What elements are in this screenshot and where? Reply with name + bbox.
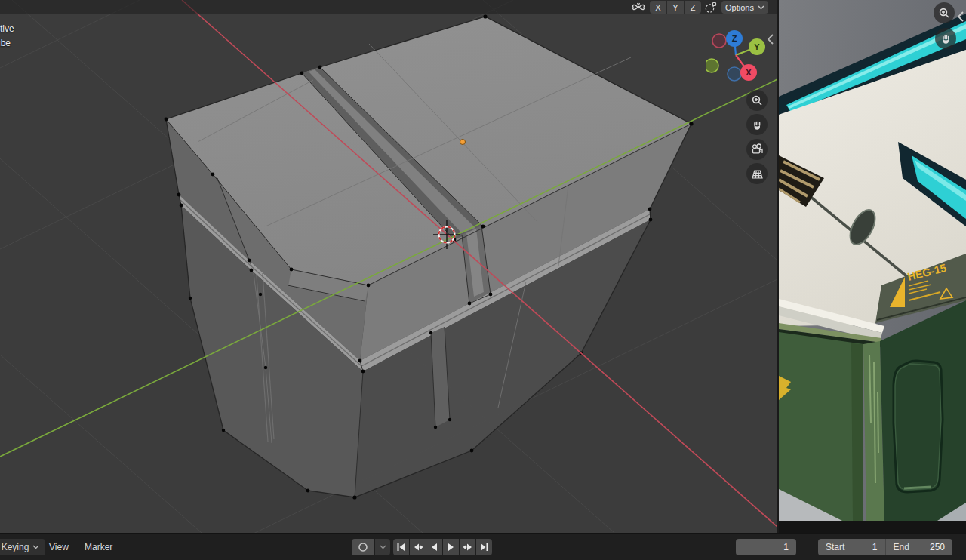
options-label: Options	[725, 3, 754, 12]
svg-text:Y: Y	[754, 42, 760, 51]
mesh-object[interactable]	[165, 14, 694, 499]
reference-image-panel[interactable]: HEG-15	[779, 0, 966, 533]
ortho-toggle-button[interactable]	[746, 163, 768, 184]
chevron-left-icon[interactable]	[957, 11, 964, 23]
ref-zoom-button[interactable]	[934, 2, 955, 23]
marker-menu-label: Marker	[85, 542, 112, 552]
view-menu[interactable]: View	[49, 534, 69, 560]
view-menu-label: View	[49, 542, 69, 552]
camera-view-button[interactable]	[746, 139, 768, 160]
end-frame-field[interactable]: End 250	[886, 542, 953, 552]
play-reverse-icon	[429, 543, 439, 552]
gizmo-minus-x-ball[interactable]	[712, 34, 726, 48]
navigation-gizmo[interactable]: Z Y X	[706, 26, 767, 86]
mirror-y-button[interactable]: Y	[667, 1, 684, 14]
end-value: 250	[930, 542, 945, 552]
jump-to-start-icon	[396, 543, 406, 552]
reference-canvas: HEG-15	[779, 0, 966, 533]
pan-hand-icon	[940, 33, 952, 45]
zoom-button[interactable]	[746, 90, 768, 111]
chevron-left-icon[interactable]	[767, 33, 774, 45]
play-button[interactable]	[443, 539, 459, 555]
play-reverse-button[interactable]	[426, 539, 442, 555]
grid-ortho-icon	[751, 168, 764, 180]
mirror-z-button[interactable]: Z	[685, 1, 701, 14]
options-chevron-icon	[758, 5, 764, 10]
blender-window: ctive ube X Y Z Options	[0, 0, 966, 560]
next-keyframe-icon	[463, 543, 473, 552]
mirror-z-label: Z	[691, 3, 696, 12]
start-frame-field[interactable]: Start 1	[818, 542, 885, 552]
gizmo-minus-z-ball[interactable]	[728, 67, 741, 81]
svg-text:Z: Z	[732, 34, 737, 43]
mirror-x-label: X	[655, 3, 660, 12]
viewport-info-line2: ube	[0, 36, 11, 51]
marker-menu[interactable]: Marker	[85, 534, 112, 560]
play-icon	[446, 543, 456, 552]
gizmo-y-ball[interactable]: Y	[749, 38, 765, 55]
jump-to-end-button[interactable]	[476, 539, 492, 555]
current-frame-value: 1	[783, 542, 789, 552]
start-value: 1	[872, 542, 878, 552]
jump-to-start-button[interactable]	[393, 539, 409, 555]
mirror-x-button[interactable]: X	[650, 1, 666, 14]
previous-keyframe-button[interactable]	[410, 539, 426, 555]
end-label: End	[894, 542, 909, 552]
auto-key-dropdown[interactable]	[375, 539, 390, 555]
viewport-info-line1: ctive	[0, 22, 14, 36]
ref-pan-button[interactable]	[935, 28, 956, 49]
editor-divider[interactable]	[777, 0, 779, 533]
pan-hand-icon	[752, 119, 763, 131]
gizmo-x-ball[interactable]: X	[740, 64, 757, 81]
current-frame-field[interactable]: 1	[736, 539, 796, 555]
zoom-in-icon	[751, 94, 763, 106]
gizmo-minus-y-ball[interactable]	[706, 59, 718, 72]
options-button[interactable]: Options	[721, 1, 768, 14]
proportional-editing-icon[interactable]	[704, 2, 717, 17]
auto-key-record-icon	[358, 542, 368, 552]
next-keyframe-button[interactable]	[460, 539, 475, 555]
keying-menu[interactable]: Keying	[0, 539, 45, 555]
frame-range-field: Start 1 End 250	[818, 539, 952, 555]
timeline-header: Keying View Marker	[0, 533, 966, 560]
chevron-down-icon	[32, 545, 39, 549]
keying-menu-label: Keying	[2, 542, 29, 552]
symmetry-butterfly-icon[interactable]	[631, 2, 646, 16]
chevron-down-icon	[380, 545, 386, 549]
zoom-in-icon	[938, 7, 950, 19]
gizmo-z-ball[interactable]: Z	[726, 30, 743, 47]
camera-view-icon	[751, 143, 764, 155]
pan-button[interactable]	[746, 114, 768, 135]
3d-viewport[interactable]: ctive ube X Y Z Options	[0, 0, 777, 533]
svg-text:X: X	[746, 68, 752, 77]
object-origin-dot	[460, 140, 466, 145]
jump-to-end-icon	[479, 543, 489, 552]
viewport-canvas[interactable]	[0, 0, 777, 533]
previous-keyframe-icon	[413, 543, 423, 552]
mirror-y-label: Y	[672, 3, 678, 12]
start-label: Start	[826, 542, 844, 552]
auto-key-button[interactable]	[352, 539, 374, 555]
